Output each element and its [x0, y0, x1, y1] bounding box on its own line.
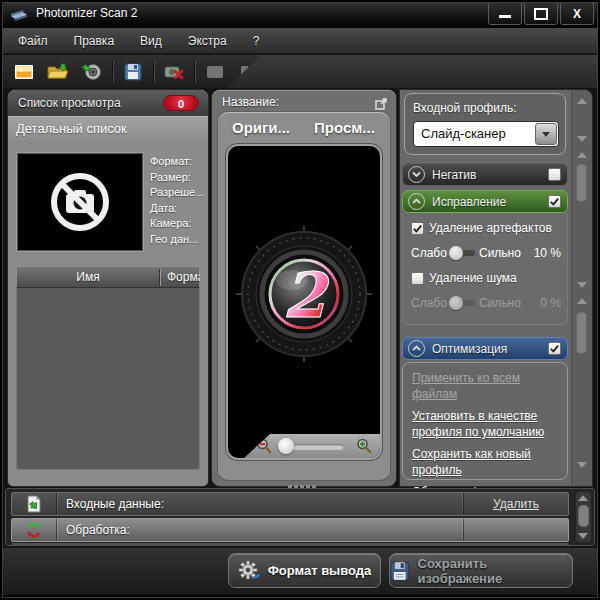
scroll-thumb[interactable] [578, 505, 589, 527]
menu-extras[interactable]: Экстра [188, 34, 227, 48]
zoom-in-icon[interactable] [356, 438, 372, 458]
section-negative-label: Негатив [432, 168, 548, 182]
expand-chevron-icon[interactable] [408, 166, 425, 183]
noise-checkbox[interactable] [411, 272, 424, 285]
artifacts-checkbox[interactable] [411, 222, 424, 235]
minimize-button[interactable] [488, 2, 522, 25]
browse-list-tab[interactable]: Список просмотра 0 [8, 90, 208, 116]
apply-to-all-link[interactable]: Применить ко всем файлам [412, 370, 558, 402]
scroll-thumb[interactable] [576, 312, 587, 354]
file-list-body[interactable] [16, 288, 200, 470]
processing-row[interactable]: Обработка: [11, 518, 569, 542]
view-single-icon [206, 65, 224, 79]
open-folder-button[interactable] [44, 59, 72, 85]
optimization-checkbox[interactable] [548, 342, 561, 355]
image-icon [14, 64, 34, 80]
scan-import-icon [81, 63, 103, 81]
save-image-label: Сохранить изображение [418, 556, 572, 586]
close-icon: X [573, 7, 581, 21]
scroll-down-icon[interactable] [578, 533, 588, 539]
save-button-toolbar[interactable] [119, 59, 147, 85]
name-label: Название: [222, 95, 279, 109]
column-name[interactable]: Имя [17, 267, 159, 287]
collapse-chevron-icon[interactable] [408, 193, 425, 210]
menu-edit[interactable]: Правка [74, 34, 115, 48]
photomizer-lens-logo: 2 [234, 224, 374, 364]
menu-view[interactable]: Вид [140, 34, 162, 48]
set-default-profile-link[interactable]: Установить в качестве профиля по умолчан… [412, 408, 558, 440]
profile-dropdown-button[interactable] [535, 123, 557, 145]
import-file-icon [26, 495, 42, 513]
toolbar [0, 55, 600, 88]
scroll-up-icon[interactable] [578, 495, 588, 501]
job-list-scrollbar[interactable] [576, 492, 591, 542]
scan-import-button[interactable] [78, 59, 106, 85]
artifacts-slider[interactable] [449, 246, 477, 260]
input-profile-group: Входной профиль: Слайд-сканер [404, 93, 566, 155]
preview-panel: Название: Ориги... Просм... [212, 90, 396, 486]
noise-label: Удаление шума [429, 271, 517, 285]
browse-list-tab-label: Список просмотра [18, 90, 121, 116]
section-correction[interactable]: Исправление [402, 190, 568, 213]
settings-scrollbar[interactable] [571, 90, 592, 486]
open-image-button[interactable] [10, 59, 38, 85]
column-divider[interactable] [159, 269, 160, 286]
section-negative[interactable]: Негатив [402, 163, 568, 186]
tab-original[interactable]: Ориги... [232, 119, 290, 136]
scroll-up-icon[interactable] [577, 298, 587, 304]
view-dual-button[interactable] [235, 59, 263, 85]
scroll-thumb[interactable] [576, 164, 587, 202]
section-optimization[interactable]: Оптимизация [402, 337, 568, 360]
save-image-button[interactable]: Сохранить изображение [389, 553, 573, 588]
no-camera-icon [48, 170, 112, 234]
metadata-geo: Гео дан... [150, 232, 204, 248]
section-optimization-label: Оптимизация [432, 342, 548, 356]
file-list: Имя Формат [16, 266, 200, 470]
preview-thumbnail [18, 154, 142, 250]
section-correction-label: Исправление [432, 195, 548, 209]
scroll-down-icon[interactable] [577, 136, 587, 142]
tab-preview[interactable]: Просм... [314, 119, 375, 136]
menu-file[interactable]: Файл [18, 34, 48, 48]
scroll-down-icon[interactable] [577, 282, 587, 288]
maximize-icon [534, 8, 548, 20]
processing-cell [12, 519, 57, 541]
input-data-label: Входные данные: [57, 493, 463, 515]
check-icon [549, 343, 560, 354]
column-format[interactable]: Формат [167, 267, 200, 287]
minimize-icon [499, 15, 511, 18]
save-new-profile-link[interactable]: Сохранить как новый профиль [412, 446, 558, 478]
output-format-button[interactable]: Формат вывода [228, 553, 381, 588]
noise-slider[interactable] [449, 296, 477, 310]
toolbar-separator [194, 61, 195, 83]
profile-links: Применить ко всем файлам Установить в ка… [402, 362, 568, 480]
maximize-button[interactable] [524, 2, 558, 25]
output-format-label: Формат вывода [268, 563, 372, 578]
zoom-slider-thumb[interactable] [278, 438, 294, 454]
zoom-out-icon[interactable] [256, 438, 272, 458]
detach-window-icon[interactable] [375, 96, 387, 108]
negative-checkbox[interactable] [548, 168, 561, 181]
title-bar[interactable]: Photomizer Scan 2 X [0, 0, 600, 28]
footer-bar: Формат вывода Сохранить изображение [0, 548, 600, 595]
scroll-up-icon[interactable] [577, 152, 587, 158]
strong-label: Сильно [479, 246, 521, 260]
input-data-row[interactable]: Входные данные: Удалить [11, 492, 569, 516]
floppy-icon [390, 561, 410, 581]
delete-image-button[interactable] [160, 59, 188, 85]
file-list-header[interactable]: Имя Формат [16, 266, 200, 288]
profile-dropdown[interactable]: Слайд-сканер [413, 121, 559, 147]
scroll-down-icon[interactable] [577, 462, 587, 468]
collapse-chevron-icon[interactable] [408, 340, 425, 357]
menu-help[interactable]: ? [253, 34, 260, 48]
preview-tabs-box: Ориги... Просм... [218, 112, 390, 480]
correction-checkbox[interactable] [548, 195, 561, 208]
view-single-button[interactable] [201, 59, 229, 85]
delete-image-icon [164, 63, 184, 81]
scroll-up-icon[interactable] [577, 98, 587, 104]
close-button[interactable]: X [560, 2, 594, 25]
image-viewer[interactable]: 2 [228, 146, 380, 458]
remove-link[interactable]: Удалить [463, 493, 568, 515]
input-data-cell [12, 493, 57, 515]
toolbar-separator [153, 61, 154, 83]
